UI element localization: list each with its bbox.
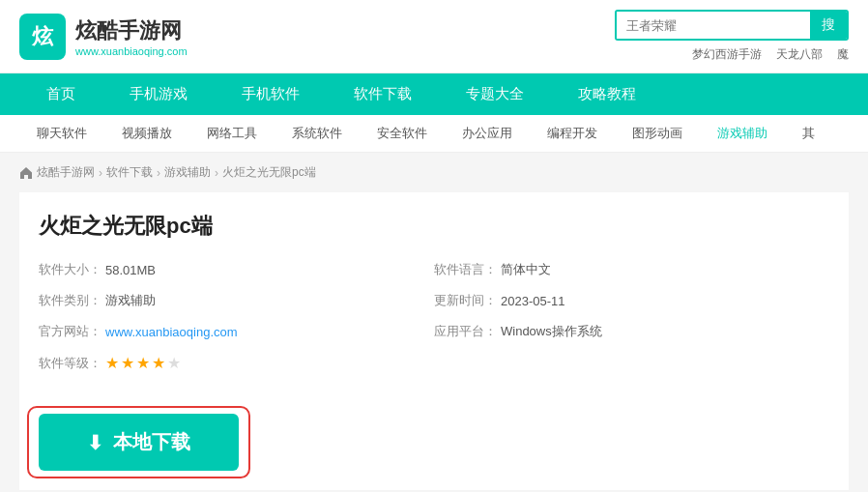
platform-label: 应用平台：: [434, 323, 497, 340]
search-area: 搜 梦幻西游手游 天龙八部 魔: [615, 10, 849, 63]
platform-row: 应用平台： Windows操作系统: [434, 320, 829, 343]
subnav-office[interactable]: 办公应用: [445, 115, 530, 152]
download-btn-wrapper: ⬇ 本地下载: [39, 414, 239, 471]
update-time-row: 更新时间： 2023-05-11: [434, 289, 829, 312]
breadcrumb-link-0[interactable]: 炫酷手游网: [37, 164, 95, 181]
language-row: 软件语言： 简体中文: [434, 258, 829, 281]
breadcrumb: 炫酷手游网 › 软件下载 › 游戏辅助 › 火炬之光无限pc端: [0, 153, 868, 192]
nav-item-mobile-games[interactable]: 手机游戏: [102, 73, 215, 115]
breadcrumb-link-2[interactable]: 游戏辅助: [164, 164, 211, 181]
nav-item-guides[interactable]: 攻略教程: [551, 73, 663, 115]
header: 炫 炫酷手游网 www.xuanbiaoqing.com 搜 梦幻西游手游 天龙…: [0, 0, 868, 73]
stars: ★★★★★: [105, 354, 183, 372]
download-btn-label: 本地下载: [113, 429, 190, 455]
rating-row: 软件等级： ★★★★★: [39, 351, 434, 375]
official-site-value[interactable]: www.xuanbiaoqing.com: [105, 325, 238, 339]
breadcrumb-link-1[interactable]: 软件下载: [106, 164, 153, 181]
download-button[interactable]: ⬇ 本地下载: [39, 414, 239, 471]
page-title: 火炬之光无限pc端: [39, 212, 829, 241]
search-link-0[interactable]: 梦幻西游手游: [692, 46, 762, 63]
subnav-security[interactable]: 安全软件: [360, 115, 445, 152]
search-link-2[interactable]: 魔: [837, 46, 849, 63]
breadcrumb-current: 火炬之光无限pc端: [222, 164, 316, 181]
size-row: 软件大小： 58.01MB: [39, 258, 434, 281]
content-area: 火炬之光无限pc端 软件大小： 58.01MB 软件语言： 简体中文 软件类别：…: [19, 192, 849, 490]
subnav-programming[interactable]: 编程开发: [530, 115, 615, 152]
nav-item-topics[interactable]: 专题大全: [439, 73, 551, 115]
subnav-video[interactable]: 视频播放: [104, 115, 189, 152]
official-site-row: 官方网站： www.xuanbiaoqing.com: [39, 320, 434, 343]
nav-item-home[interactable]: 首页: [19, 73, 102, 115]
platform-value: Windows操作系统: [501, 323, 602, 340]
language-label: 软件语言：: [434, 261, 497, 278]
official-site-label: 官方网站：: [39, 323, 101, 340]
update-time-label: 更新时间：: [434, 292, 497, 309]
search-links: 梦幻西游手游 天龙八部 魔: [692, 46, 849, 63]
star-empty: ★: [167, 355, 183, 371]
home-icon: [19, 166, 33, 180]
subnav-game-assist[interactable]: 游戏辅助: [700, 115, 785, 152]
category-row: 软件类别： 游戏辅助: [39, 289, 434, 312]
info-grid: 软件大小： 58.01MB 软件语言： 简体中文 软件类别： 游戏辅助 更新时间…: [39, 258, 829, 375]
logo-icon: 炫: [19, 14, 66, 60]
nav-item-software-download[interactable]: 软件下载: [327, 73, 439, 115]
search-link-1[interactable]: 天龙八部: [776, 46, 823, 63]
nav-item-mobile-software[interactable]: 手机软件: [215, 73, 327, 115]
rating-label: 软件等级：: [39, 355, 101, 372]
update-time-value: 2023-05-11: [501, 294, 565, 308]
subnav-system[interactable]: 系统软件: [275, 115, 360, 152]
logo-subtitle: www.xuanbiaoqing.com: [75, 45, 188, 57]
subnav-more[interactable]: 其: [785, 115, 832, 152]
subnav-chat[interactable]: 聊天软件: [19, 115, 104, 152]
main-nav: 首页 手机游戏 手机软件 软件下载 专题大全 攻略教程: [0, 73, 868, 115]
sub-nav: 聊天软件 视频播放 网络工具 系统软件 安全软件 办公应用 编程开发 图形动画 …: [0, 115, 868, 153]
category-value: 游戏辅助: [105, 292, 156, 309]
search-button[interactable]: 搜: [810, 12, 847, 39]
logo-text-area: 炫酷手游网 www.xuanbiaoqing.com: [75, 16, 188, 57]
size-value: 58.01MB: [105, 263, 156, 277]
category-label: 软件类别：: [39, 292, 101, 309]
subnav-network[interactable]: 网络工具: [189, 115, 275, 152]
search-input[interactable]: [617, 12, 810, 39]
logo-title: 炫酷手游网: [75, 16, 188, 45]
logo-area: 炫 炫酷手游网 www.xuanbiaoqing.com: [19, 14, 188, 60]
subnav-graphics[interactable]: 图形动画: [615, 115, 700, 152]
download-icon: ⬇: [87, 431, 103, 454]
size-label: 软件大小：: [39, 261, 101, 278]
search-box: 搜: [615, 10, 849, 41]
language-value: 简体中文: [501, 261, 551, 278]
